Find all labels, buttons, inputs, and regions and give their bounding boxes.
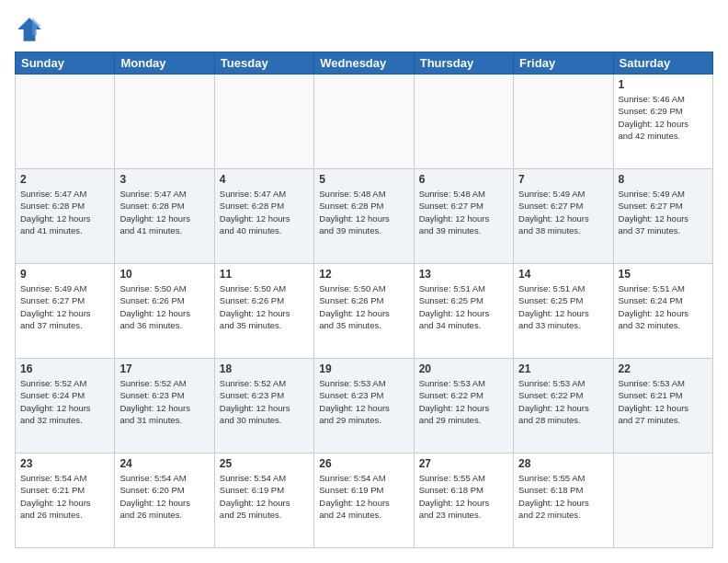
day-info: Sunrise: 5:47 AM Sunset: 6:28 PM Dayligh…	[20, 188, 109, 236]
calendar-cell: 27Sunrise: 5:55 AM Sunset: 6:18 PM Dayli…	[414, 454, 513, 548]
calendar-cell	[214, 75, 313, 169]
day-info: Sunrise: 5:48 AM Sunset: 6:28 PM Dayligh…	[319, 188, 408, 236]
weekday-header-wednesday: Wednesday	[314, 52, 414, 75]
weekday-header-thursday: Thursday	[414, 52, 513, 75]
calendar-cell: 1Sunrise: 5:46 AM Sunset: 6:29 PM Daylig…	[613, 75, 712, 169]
day-info: Sunrise: 5:51 AM Sunset: 6:25 PM Dayligh…	[419, 282, 508, 331]
day-info: Sunrise: 5:55 AM Sunset: 6:18 PM Dayligh…	[518, 472, 608, 521]
weekday-header-row: SundayMondayTuesdayWednesdayThursdayFrid…	[16, 52, 713, 75]
day-number: 21	[518, 362, 608, 375]
calendar-cell: 15Sunrise: 5:51 AM Sunset: 6:24 PM Dayli…	[613, 264, 712, 359]
day-info: Sunrise: 5:49 AM Sunset: 6:27 PM Dayligh…	[518, 188, 608, 236]
day-number: 18	[220, 362, 309, 375]
day-number: 14	[518, 268, 608, 281]
day-number: 7	[518, 173, 608, 186]
day-number: 17	[119, 362, 209, 375]
day-number: 23	[20, 457, 109, 470]
svg-marker-1	[32, 17, 41, 35]
day-number: 8	[619, 173, 708, 186]
day-info: Sunrise: 5:47 AM Sunset: 6:28 PM Dayligh…	[119, 188, 209, 236]
day-info: Sunrise: 5:50 AM Sunset: 6:26 PM Dayligh…	[220, 282, 309, 331]
day-info: Sunrise: 5:55 AM Sunset: 6:18 PM Dayligh…	[419, 472, 508, 521]
calendar-cell: 8Sunrise: 5:49 AM Sunset: 6:27 PM Daylig…	[613, 169, 712, 264]
calendar-cell	[115, 75, 214, 169]
calendar-cell: 11Sunrise: 5:50 AM Sunset: 6:26 PM Dayli…	[214, 264, 313, 359]
week-row-2: 9Sunrise: 5:49 AM Sunset: 6:27 PM Daylig…	[16, 264, 713, 359]
calendar-cell: 18Sunrise: 5:52 AM Sunset: 6:23 PM Dayli…	[214, 359, 313, 454]
day-info: Sunrise: 5:53 AM Sunset: 6:22 PM Dayligh…	[518, 377, 608, 426]
day-number: 11	[220, 268, 309, 281]
logo	[15, 15, 48, 44]
week-row-1: 2Sunrise: 5:47 AM Sunset: 6:28 PM Daylig…	[16, 169, 713, 264]
day-info: Sunrise: 5:50 AM Sunset: 6:26 PM Dayligh…	[119, 282, 209, 331]
day-info: Sunrise: 5:53 AM Sunset: 6:21 PM Dayligh…	[619, 377, 708, 426]
day-number: 5	[319, 173, 408, 186]
calendar-cell	[414, 75, 513, 169]
calendar-cell	[613, 454, 712, 548]
day-number: 19	[319, 362, 408, 375]
weekday-header-saturday: Saturday	[613, 52, 712, 75]
weekday-header-sunday: Sunday	[16, 52, 115, 75]
weekday-header-monday: Monday	[115, 52, 214, 75]
calendar-cell: 3Sunrise: 5:47 AM Sunset: 6:28 PM Daylig…	[115, 169, 214, 264]
calendar-cell: 13Sunrise: 5:51 AM Sunset: 6:25 PM Dayli…	[414, 264, 513, 359]
day-info: Sunrise: 5:54 AM Sunset: 6:19 PM Dayligh…	[319, 472, 408, 521]
day-info: Sunrise: 5:46 AM Sunset: 6:29 PM Dayligh…	[619, 93, 708, 142]
weekday-header-friday: Friday	[514, 52, 613, 75]
calendar-cell: 28Sunrise: 5:55 AM Sunset: 6:18 PM Dayli…	[514, 454, 613, 548]
calendar-cell: 26Sunrise: 5:54 AM Sunset: 6:19 PM Dayli…	[314, 454, 414, 548]
day-number: 4	[220, 173, 309, 186]
calendar-cell: 25Sunrise: 5:54 AM Sunset: 6:19 PM Dayli…	[214, 454, 313, 548]
calendar-cell	[514, 75, 613, 169]
week-row-4: 23Sunrise: 5:54 AM Sunset: 6:21 PM Dayli…	[16, 454, 713, 548]
calendar-cell: 5Sunrise: 5:48 AM Sunset: 6:28 PM Daylig…	[314, 169, 414, 264]
day-info: Sunrise: 5:53 AM Sunset: 6:23 PM Dayligh…	[319, 377, 408, 426]
calendar-cell	[16, 75, 115, 169]
calendar-cell: 12Sunrise: 5:50 AM Sunset: 6:26 PM Dayli…	[314, 264, 414, 359]
day-info: Sunrise: 5:49 AM Sunset: 6:27 PM Dayligh…	[619, 188, 708, 236]
weekday-header-tuesday: Tuesday	[214, 52, 313, 75]
day-info: Sunrise: 5:48 AM Sunset: 6:27 PM Dayligh…	[419, 188, 508, 236]
day-number: 3	[119, 173, 209, 186]
calendar-cell: 17Sunrise: 5:52 AM Sunset: 6:23 PM Dayli…	[115, 359, 214, 454]
calendar-cell: 4Sunrise: 5:47 AM Sunset: 6:28 PM Daylig…	[214, 169, 313, 264]
calendar-cell: 6Sunrise: 5:48 AM Sunset: 6:27 PM Daylig…	[414, 169, 513, 264]
day-number: 15	[619, 268, 708, 281]
day-number: 28	[518, 457, 608, 470]
day-number: 27	[419, 457, 508, 470]
page: SundayMondayTuesdayWednesdayThursdayFrid…	[0, 0, 728, 563]
day-number: 9	[20, 268, 109, 281]
day-info: Sunrise: 5:52 AM Sunset: 6:24 PM Dayligh…	[20, 377, 109, 426]
calendar-cell: 16Sunrise: 5:52 AM Sunset: 6:24 PM Dayli…	[16, 359, 115, 454]
calendar-cell: 21Sunrise: 5:53 AM Sunset: 6:22 PM Dayli…	[514, 359, 613, 454]
day-info: Sunrise: 5:54 AM Sunset: 6:19 PM Dayligh…	[220, 472, 309, 521]
calendar-cell: 20Sunrise: 5:53 AM Sunset: 6:22 PM Dayli…	[414, 359, 513, 454]
calendar-cell: 24Sunrise: 5:54 AM Sunset: 6:20 PM Dayli…	[115, 454, 214, 548]
calendar-cell: 19Sunrise: 5:53 AM Sunset: 6:23 PM Dayli…	[314, 359, 414, 454]
day-info: Sunrise: 5:54 AM Sunset: 6:20 PM Dayligh…	[119, 472, 209, 521]
day-info: Sunrise: 5:52 AM Sunset: 6:23 PM Dayligh…	[119, 377, 209, 426]
calendar-table: SundayMondayTuesdayWednesdayThursdayFrid…	[15, 52, 713, 548]
header	[15, 15, 713, 44]
day-number: 16	[20, 362, 109, 375]
calendar-cell: 2Sunrise: 5:47 AM Sunset: 6:28 PM Daylig…	[16, 169, 115, 264]
week-row-3: 16Sunrise: 5:52 AM Sunset: 6:24 PM Dayli…	[16, 359, 713, 454]
day-number: 24	[119, 457, 209, 470]
day-number: 22	[619, 362, 708, 375]
day-number: 6	[419, 173, 508, 186]
day-info: Sunrise: 5:53 AM Sunset: 6:22 PM Dayligh…	[419, 377, 508, 426]
week-row-0: 1Sunrise: 5:46 AM Sunset: 6:29 PM Daylig…	[16, 75, 713, 169]
day-number: 2	[20, 173, 109, 186]
day-number: 12	[319, 268, 408, 281]
svg-marker-0	[17, 17, 41, 41]
day-info: Sunrise: 5:47 AM Sunset: 6:28 PM Dayligh…	[220, 188, 309, 236]
calendar-cell	[314, 75, 414, 169]
day-number: 20	[419, 362, 508, 375]
calendar-cell: 7Sunrise: 5:49 AM Sunset: 6:27 PM Daylig…	[514, 169, 613, 264]
calendar-cell: 14Sunrise: 5:51 AM Sunset: 6:25 PM Dayli…	[514, 264, 613, 359]
day-number: 26	[319, 457, 408, 470]
day-info: Sunrise: 5:51 AM Sunset: 6:24 PM Dayligh…	[619, 282, 708, 331]
calendar-cell: 9Sunrise: 5:49 AM Sunset: 6:27 PM Daylig…	[16, 264, 115, 359]
day-info: Sunrise: 5:51 AM Sunset: 6:25 PM Dayligh…	[518, 282, 608, 331]
day-number: 13	[419, 268, 508, 281]
